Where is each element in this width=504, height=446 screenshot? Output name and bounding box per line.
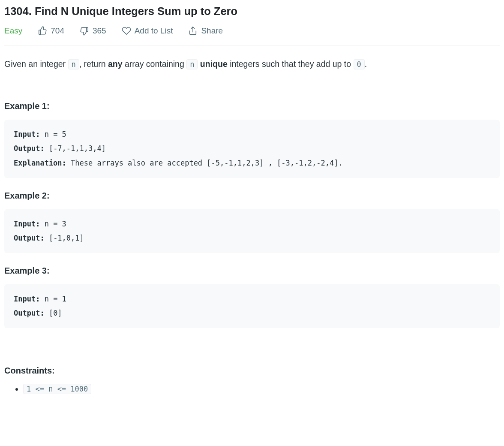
- meta-row: Easy 704 365 Add to List: [4, 26, 500, 45]
- example-2: Example 2: Input: n = 3 Output: [-1,0,1]: [4, 191, 500, 253]
- inline-code: 1 <= n <= 1000: [23, 384, 91, 394]
- inline-code: 0: [354, 59, 365, 69]
- example-3: Example 3: Input: n = 1 Output: [0]: [4, 266, 500, 328]
- like-count: 704: [51, 26, 64, 36]
- thumbs-up-icon: [38, 26, 47, 36]
- inline-code: n: [68, 59, 79, 69]
- example-1: Example 1: Input: n = 5 Output: [-7,-1,1…: [4, 101, 500, 178]
- example-heading: Example 1:: [4, 101, 500, 111]
- dislike-count: 365: [93, 26, 106, 36]
- thumbs-down-icon: [80, 26, 89, 36]
- difficulty-label: Easy: [4, 26, 22, 36]
- add-to-list-label: Add to List: [135, 26, 173, 36]
- share-label: Share: [201, 26, 223, 36]
- list-item: 1 <= n <= 1000: [23, 384, 500, 394]
- example-codeblock: Input: n = 5 Output: [-7,-1,1,3,4] Expla…: [4, 120, 500, 178]
- add-to-list-button[interactable]: Add to List: [122, 26, 173, 36]
- share-button[interactable]: Share: [188, 26, 223, 36]
- heart-icon: [122, 26, 131, 36]
- share-icon: [188, 26, 198, 36]
- constraints-heading: Constraints:: [4, 366, 500, 376]
- example-codeblock: Input: n = 1 Output: [0]: [4, 284, 500, 328]
- dislike-button[interactable]: 365: [80, 26, 106, 36]
- problem-title: 1304. Find N Unique Integers Sum up to Z…: [4, 5, 500, 18]
- example-heading: Example 3:: [4, 266, 500, 276]
- example-codeblock: Input: n = 3 Output: [-1,0,1]: [4, 209, 500, 253]
- problem-description: Given an integer n, return any array con…: [4, 57, 500, 70]
- constraints-list: 1 <= n <= 1000: [4, 384, 500, 394]
- like-button[interactable]: 704: [38, 26, 64, 36]
- example-heading: Example 2:: [4, 191, 500, 201]
- inline-code: n: [186, 59, 198, 69]
